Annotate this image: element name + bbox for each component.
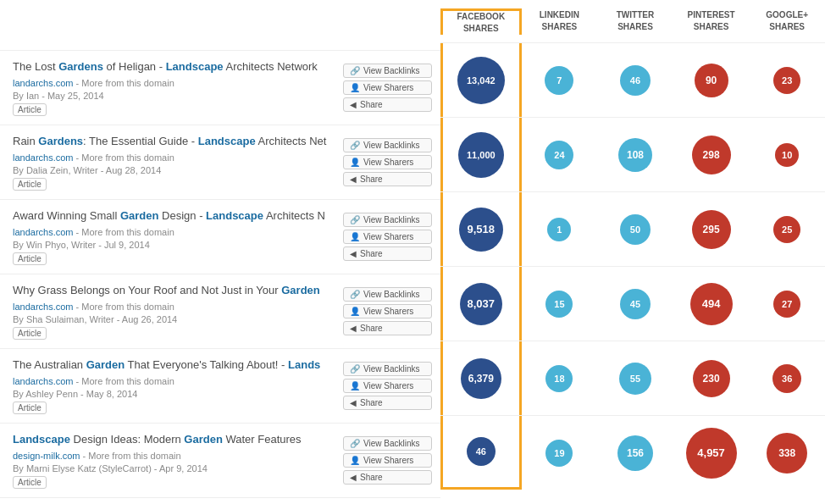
circle-pinterest: 90 xyxy=(695,64,728,97)
article-author: By Dalia Zein, Writer - Aug 28, 2014 xyxy=(13,165,336,175)
article-title-text: of Heligan - xyxy=(103,60,166,73)
circle-twitter: 156 xyxy=(617,435,653,471)
share-button[interactable]: ◀Share xyxy=(343,172,432,186)
circle-value-google: 25 xyxy=(782,224,792,235)
circle-value-facebook: 9,518 xyxy=(468,223,496,235)
circle-facebook: 11,000 xyxy=(458,132,504,178)
circle-google: 25 xyxy=(773,216,800,243)
article-author: By Ashley Penn - May 8, 2014 xyxy=(13,389,336,399)
view-sharers-button[interactable]: 👤View Sharers xyxy=(343,230,432,244)
data-cell-pinterest: 4,957 xyxy=(673,416,750,490)
data-cell-twitter: 108 xyxy=(597,118,673,191)
column-header-google: GOOGLE+SHARES xyxy=(749,9,825,33)
column-header-pinterest: PINTERESTSHARES xyxy=(673,9,750,33)
column-headers: FACEBOOKSHARESLINKEDINSHARESTWITTERSHARE… xyxy=(440,0,825,42)
circle-twitter: 45 xyxy=(620,289,651,319)
circle-value-pinterest: 230 xyxy=(703,373,720,385)
view-backlinks-button[interactable]: 🔗View Backlinks xyxy=(343,436,432,451)
data-cell-facebook: 8,037 xyxy=(440,267,522,341)
data-cell-linkedin: 19 xyxy=(522,416,598,490)
circle-google: 36 xyxy=(772,364,801,393)
view-sharers-button[interactable]: 👤View Sharers xyxy=(343,379,432,393)
circle-pinterest: 298 xyxy=(692,136,731,174)
article-tag: Article xyxy=(13,252,47,265)
circle-facebook: 6,379 xyxy=(461,358,501,399)
circle-google: 338 xyxy=(767,433,807,474)
view-backlinks-button[interactable]: 🔗View Backlinks xyxy=(343,362,432,376)
article-title-text: Design - xyxy=(158,209,206,222)
circle-linkedin: 1 xyxy=(547,218,571,241)
share-button[interactable]: ◀Share xyxy=(343,321,432,335)
data-cell-linkedin: 7 xyxy=(522,43,598,117)
view-sharers-button[interactable]: 👤View Sharers xyxy=(343,453,432,468)
article-info: The Lost Gardens of Heligan - Landscape … xyxy=(13,59,336,115)
view-backlinks-button[interactable]: 🔗View Backlinks xyxy=(343,138,432,152)
circle-value-twitter: 46 xyxy=(630,75,640,86)
view-sharers-button[interactable]: 👤View Sharers xyxy=(343,304,432,318)
circle-facebook: 8,037 xyxy=(460,283,502,325)
article-row: The Australian Garden That Everyone's Ta… xyxy=(0,349,440,424)
article-info: Why Grass Belongs on Your Roof and Not J… xyxy=(13,283,336,339)
article-domain: design-milk.com - More from this domain xyxy=(13,451,336,461)
circle-value-linkedin: 19 xyxy=(554,448,564,458)
circle-value-linkedin: 15 xyxy=(554,299,564,309)
share-button[interactable]: ◀Share xyxy=(343,97,432,112)
stats-panel: FACEBOOKSHARESLINKEDINSHARESTWITTERSHARE… xyxy=(440,0,825,504)
article-row: Why Grass Belongs on Your Roof and Not J… xyxy=(0,274,440,349)
article-title-text: That Everyone's Talking About! - xyxy=(125,358,288,371)
circle-value-facebook: 8,037 xyxy=(468,297,496,310)
data-cell-facebook: 11,000 xyxy=(440,118,522,191)
data-cell-twitter: 45 xyxy=(597,267,673,341)
view-backlinks-button[interactable]: 🔗View Backlinks xyxy=(343,213,432,227)
circle-linkedin: 15 xyxy=(545,291,573,318)
data-cell-pinterest: 298 xyxy=(673,118,750,191)
data-cell-google: 338 xyxy=(749,416,825,490)
circle-google: 27 xyxy=(773,291,800,318)
data-cell-facebook: 6,379 xyxy=(440,341,522,415)
share-button[interactable]: ◀Share xyxy=(343,470,432,485)
article-title-text: Architects Network xyxy=(224,60,318,73)
article-title-link: Landscape xyxy=(13,433,70,446)
data-cell-facebook: 13,042 xyxy=(440,43,522,117)
article-domain: landarchs.com - More from this domain xyxy=(13,376,336,386)
data-row: 9,51815029525 xyxy=(440,191,825,266)
view-backlinks-button[interactable]: 🔗View Backlinks xyxy=(343,287,432,302)
article-title-text: Architects Net xyxy=(256,135,327,147)
circle-linkedin: 19 xyxy=(545,440,573,467)
article-title: Why Grass Belongs on Your Roof and Not J… xyxy=(13,283,336,298)
data-cell-pinterest: 494 xyxy=(673,267,750,341)
view-backlinks-button[interactable]: 🔗View Backlinks xyxy=(343,64,432,78)
circle-value-pinterest: 90 xyxy=(706,75,717,86)
article-list: The Lost Gardens of Heligan - Landscape … xyxy=(0,0,440,504)
circle-linkedin: 7 xyxy=(545,66,573,95)
article-title: The Lost Gardens of Heligan - Landscape … xyxy=(13,59,336,75)
circle-linkedin: 18 xyxy=(545,365,573,392)
data-row: 8,037154549427 xyxy=(440,266,825,341)
article-title-link: Lands xyxy=(288,358,320,371)
circle-value-pinterest: 295 xyxy=(703,224,720,235)
data-cell-twitter: 55 xyxy=(597,341,673,415)
circle-value-facebook: 46 xyxy=(476,446,486,457)
article-row: Rain Gardens: The Essential Guide - Land… xyxy=(0,125,440,200)
data-cell-linkedin: 15 xyxy=(522,267,598,341)
article-title-link: Landscape xyxy=(166,60,224,73)
circle-value-linkedin: 7 xyxy=(556,75,562,86)
data-cell-google: 10 xyxy=(749,118,825,191)
article-title-link: Landscape xyxy=(198,135,256,147)
circle-facebook: 46 xyxy=(467,437,496,466)
article-title-text: Rain xyxy=(13,135,38,147)
article-title: Rain Gardens: The Essential Guide - Land… xyxy=(13,134,336,149)
circle-google: 23 xyxy=(773,67,800,94)
circle-value-facebook: 6,379 xyxy=(468,373,494,385)
share-button[interactable]: ◀Share xyxy=(343,246,432,261)
data-cell-twitter: 46 xyxy=(597,43,673,117)
circle-pinterest: 494 xyxy=(690,283,733,325)
article-title-text: The Australian xyxy=(13,358,86,371)
circle-value-twitter: 108 xyxy=(627,149,644,161)
data-cell-pinterest: 230 xyxy=(673,341,750,415)
circle-value-facebook: 11,000 xyxy=(467,150,496,160)
share-button[interactable]: ◀Share xyxy=(343,396,432,410)
view-sharers-button[interactable]: 👤View Sharers xyxy=(343,155,432,169)
view-sharers-button[interactable]: 👤View Sharers xyxy=(343,80,432,95)
circle-value-pinterest: 4,957 xyxy=(697,446,725,459)
